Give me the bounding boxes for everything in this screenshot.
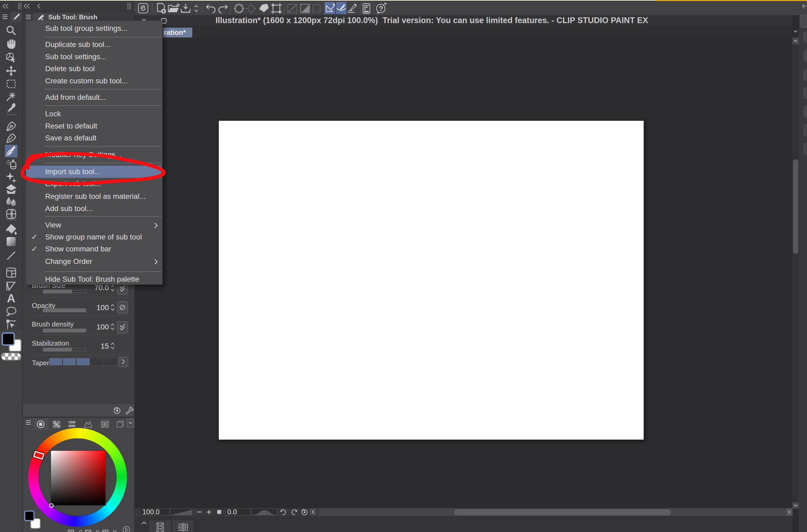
svg-text:?: ?: [379, 4, 383, 13]
